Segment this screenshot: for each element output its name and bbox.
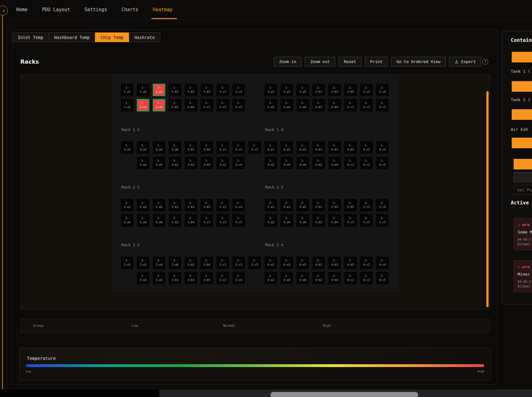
miner-tile-1-4-b2[interactable]: 1-4:b2 (312, 157, 325, 169)
miner-tile-1-2-b4[interactable]: 1-2:b4 (328, 99, 341, 111)
miner-tile-1-3-b2[interactable]: 1-3:b2 (185, 141, 197, 154)
miner-tile-2-2-a5[interactable]: 2-2:a5 (296, 199, 309, 211)
miner-tile-1-1-b4[interactable]: 1-1:b4 (185, 99, 197, 111)
miner-tile-1-1-c1[interactable]: 1-1:c1 (201, 99, 213, 111)
miner-tile-2-3-a6[interactable]: 2-3:a6 (169, 257, 181, 269)
miner-tile-1-4-a3[interactable]: 1-4:a3 (281, 141, 293, 154)
miner-tile-2-4-c1[interactable]: 2-4:c1 (344, 272, 357, 284)
miner-tile-1-4-b5[interactable]: 1-4:b5 (344, 141, 357, 154)
miner-tile-2-3-b5[interactable]: 2-3:b5 (201, 272, 213, 284)
miner-tile-2-4-c3[interactable]: 2-4:c3 (360, 272, 373, 284)
miner-tile-2-4-b3[interactable]: 2-4:b3 (328, 257, 341, 269)
tab-inlet-temp[interactable]: Inlet Temp (12, 32, 49, 42)
miner-tile-2-4-c2[interactable]: 2-4:c2 (360, 257, 373, 269)
miner-tile-2-2-c2[interactable]: 2-2:c2 (360, 199, 373, 211)
miner-tile-2-3-c1[interactable]: 2-3:c1 (216, 257, 229, 269)
miner-tile-2-2-c4[interactable]: 2-2:c4 (376, 199, 389, 211)
miner-tile-2-4-b1[interactable]: 2-4:b1 (312, 257, 325, 269)
miner-tile-2-4-a3[interactable]: 2-4:a3 (281, 257, 293, 269)
help-icon[interactable]: ? (482, 59, 488, 65)
miner-tile-1-2-a2[interactable]: 1-2:a2 (265, 99, 277, 111)
miner-tile-2-3-b2[interactable]: 2-3:b2 (185, 257, 197, 269)
tab-hashrate[interactable]: Hashrate (129, 32, 160, 42)
dock-window-pill[interactable] (271, 392, 418, 397)
miner-tile-1-4-b4[interactable]: 1-4:b4 (328, 157, 341, 169)
miner-tile-1-1-a3[interactable]: 1-1:a3 (137, 84, 149, 96)
miner-tile-1-4-c3[interactable]: 1-4:c3 (360, 157, 373, 169)
miner-tile-1-1-b5[interactable]: 1-1:b5 (201, 84, 213, 96)
miner-tile-1-3-a4[interactable]: 1-3:a4 (153, 141, 165, 154)
miner-tile-1-2-c3[interactable]: 1-2:c3 (360, 99, 373, 111)
miner-tile-1-3-a1[interactable]: 1-3:a1 (121, 141, 133, 154)
miner-tile-2-4-c5[interactable]: 2-4:c5 (376, 272, 389, 284)
miner-tile-1-2-b5[interactable]: 1-2:b5 (344, 84, 357, 96)
miner-tile-1-3-a2[interactable]: 1-3:a2 (137, 141, 149, 154)
miner-tile-1-1-b2[interactable]: 1-1:b2 (169, 99, 181, 111)
miner-tile-2-3-b4[interactable]: 2-3:b4 (201, 257, 213, 269)
miner-tile-2-1-a1[interactable]: 2-1:a1 (121, 199, 133, 211)
miner-tile-2-2-a1[interactable]: 2-2:a1 (265, 199, 277, 211)
miner-tile-1-1-c4[interactable]: 1-1:c4 (232, 84, 245, 96)
miner-tile-2-1-b3[interactable]: 2-1:b3 (185, 199, 197, 211)
miner-tile-1-3-a5[interactable]: 1-3:a5 (153, 157, 165, 169)
miner-tile-2-2-b5[interactable]: 2-2:b5 (344, 199, 357, 211)
setpoint-input[interactable] (514, 172, 532, 182)
miner-tile-1-2-c1[interactable]: 1-2:c1 (344, 99, 357, 111)
miner-tile-2-3-b3[interactable]: 2-3:b3 (185, 272, 197, 284)
miner-tile-1-2-c4[interactable]: 1-2:c4 (376, 84, 389, 96)
miner-tile-1-1-a2[interactable]: 1-1:a2 (121, 99, 133, 111)
miner-tile-2-3-c5[interactable]: 2-3:c5 (248, 257, 261, 269)
miner-tile-1-3-c2[interactable]: 1-3:c2 (216, 157, 229, 169)
miner-tile-1-4-b1[interactable]: 1-4:b1 (312, 141, 325, 154)
miner-tile-2-4-a4[interactable]: 2-4:a4 (281, 272, 293, 284)
miner-tile-2-1-b5[interactable]: 2-1:b5 (201, 199, 213, 211)
zoom-in-button[interactable]: Zoom in (274, 57, 301, 66)
miner-tile-1-2-b2[interactable]: 1-2:b2 (312, 99, 325, 111)
miner-tile-1-3-b5[interactable]: 1-3:b5 (201, 157, 213, 169)
miner-tile-1-4-a2[interactable]: 1-4:a2 (265, 157, 277, 169)
miner-tile-1-3-c4[interactable]: 1-3:c4 (232, 157, 245, 169)
tab-hashboard-temp[interactable]: Hashboard Temp (48, 32, 95, 42)
miner-tile-2-1-c5[interactable]: 2-1:c5 (232, 214, 245, 227)
miner-tile-2-3-a4[interactable]: 2-3:a4 (153, 257, 165, 269)
miner-tile-1-1-b1[interactable]: 1-1:b1 (169, 84, 181, 96)
miner-tile-2-3-a1[interactable]: 2-3:a1 (121, 257, 133, 269)
reset-button[interactable]: Reset (339, 57, 361, 66)
miner-tile-2-2-b4[interactable]: 2-2:b4 (328, 214, 341, 227)
miner-tile-2-3-a2[interactable]: 2-3:a2 (137, 257, 149, 269)
miner-tile-2-2-a6[interactable]: 2-2:a6 (296, 214, 309, 227)
miner-tile-2-4-c4[interactable]: 2-4:c4 (376, 257, 389, 269)
miner-tile-1-4-b3[interactable]: 1-4:b3 (328, 141, 341, 154)
export-button[interactable]: Export (449, 57, 481, 66)
miner-tile-2-1-a5[interactable]: 2-1:a5 (153, 199, 165, 211)
miner-tile-2-1-a6[interactable]: 2-1:a6 (153, 214, 165, 227)
heatmap-scrollbar[interactable] (486, 91, 489, 307)
miner-tile-1-3-c5[interactable]: 1-3:c5 (248, 141, 261, 154)
miner-tile-1-1-c3[interactable]: 1-1:c3 (216, 99, 229, 111)
miner-tile-1-3-a6[interactable]: 1-3:a6 (169, 141, 181, 154)
miner-tile-2-3-a5[interactable]: 2-3:a5 (153, 272, 165, 284)
miner-tile-1-2-a5[interactable]: 1-2:a5 (296, 84, 309, 96)
miner-tile-1-3-b1[interactable]: 1-3:b1 (169, 157, 181, 169)
miner-tile-1-4-a5[interactable]: 1-4:a5 (296, 141, 309, 154)
miner-tile-2-4-b5[interactable]: 2-4:b5 (344, 257, 357, 269)
miner-tile-2-3-c3[interactable]: 2-3:c3 (232, 257, 245, 269)
miner-tile-2-4-a6[interactable]: 2-4:a6 (296, 272, 309, 284)
miner-tile-2-2-c3[interactable]: 2-2:c3 (360, 214, 373, 227)
miner-tile-1-3-c1[interactable]: 1-3:c1 (216, 141, 229, 154)
miner-tile-1-1-a5[interactable]: 1-1:a5 (153, 84, 165, 96)
nav-item-pdu-layout[interactable]: PDU Layout (42, 7, 70, 12)
miner-tile-2-1-a3[interactable]: 2-1:a3 (137, 199, 149, 211)
zoom-out-button[interactable]: Zoom out (305, 57, 335, 66)
miner-tile-2-1-c3[interactable]: 2-1:c3 (216, 214, 229, 227)
miner-tile-1-2-c2[interactable]: 1-2:c2 (360, 84, 373, 96)
miner-tile-1-2-a3[interactable]: 1-2:a3 (281, 84, 293, 96)
miner-tile-2-1-a2[interactable]: 2-1:a2 (121, 214, 133, 227)
miner-tile-2-1-c2[interactable]: 2-1:c2 (216, 199, 229, 211)
go-to-ordered-view-button[interactable]: Go to Ordered View (391, 57, 446, 66)
miner-tile-2-4-a1[interactable]: 2-4:a1 (265, 257, 277, 269)
miner-tile-2-2-c1[interactable]: 2-2:c1 (344, 214, 357, 227)
miner-tile-1-2-a1[interactable]: 1-2:a1 (265, 84, 277, 96)
miner-tile-1-4-c4[interactable]: 1-4:c4 (376, 141, 389, 154)
miner-tile-2-2-a3[interactable]: 2-2:a3 (281, 199, 293, 211)
